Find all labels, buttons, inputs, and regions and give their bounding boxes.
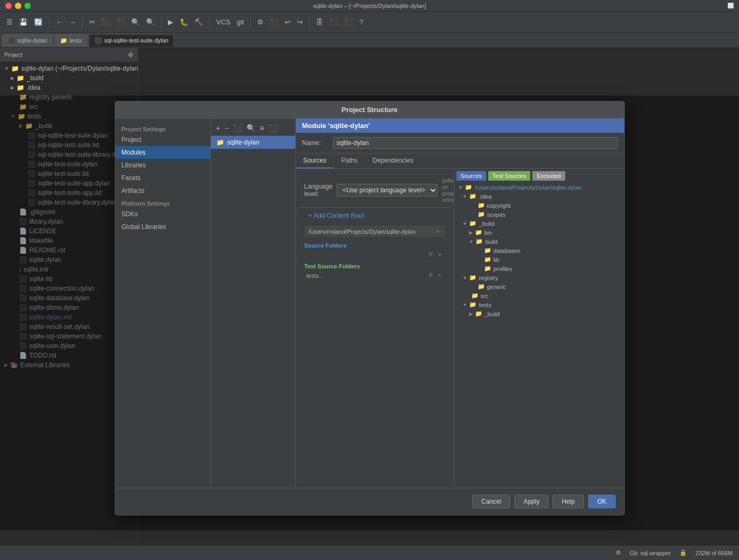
sidebar-item-modules[interactable]: Modules [115,146,210,159]
file-tab-suite[interactable]: ⬛ sql-sqlite-test-suite.dylan [89,34,174,47]
file-tab-tests[interactable]: 📁 tests [54,34,88,47]
toolbar-schema[interactable]: ⬛ [327,17,340,27]
ft-item-bin[interactable]: ▶ 📁 bin [456,228,622,237]
ok-button[interactable]: OK [588,495,615,508]
project-settings-icon[interactable]: ⚙ [128,52,133,58]
ft-item-scopes[interactable]: 📁 scopes [456,210,622,219]
copy-module-button[interactable]: ⬛ [232,123,243,133]
toolbar-menu[interactable]: ☰ [4,17,15,27]
toolbar-save[interactable]: 💾 [17,17,30,27]
ft-item-databases[interactable]: 📁 databases [456,246,622,255]
toolbar-sync[interactable]: 🔄 [32,17,45,27]
tab-paths[interactable]: Paths [334,154,366,168]
toolbar-back[interactable]: ← [54,17,65,27]
ft-tab-sources[interactable]: Sources [456,171,486,181]
ft-label: bin [485,230,492,236]
toolbar-db[interactable]: 🗄 [314,17,325,27]
tree-root[interactable]: ▼ 📁 sqlite-dylan (~/Projects/Dylan/sqlit… [0,64,138,73]
source-folder-actions: P × [428,251,443,258]
settings-icon[interactable]: ⚙ [616,549,621,556]
ft-item-profiles[interactable]: 📁 profiles [456,264,622,273]
remove-root-button[interactable]: × [435,228,441,235]
source-folders-label: Source Folders [304,239,445,250]
expand-icon[interactable]: ⬜ [727,3,734,9]
source-folder-remove-button[interactable]: × [437,251,443,258]
module-name-input[interactable] [333,137,618,149]
source-folder-p-button[interactable]: P [428,251,435,258]
toolbar-cut[interactable]: ✂ [87,17,97,27]
folder-icon: 📁 [484,256,491,263]
toolbar-build[interactable]: 🔨 [192,17,205,27]
sidebar-item-global-libs[interactable]: Global Libraries [115,220,210,233]
help-button[interactable]: Help [553,495,584,508]
ft-item-idea[interactable]: ▼ 📁 .idea [456,192,622,201]
test-folder-remove-button[interactable]: × [437,272,443,279]
toolbar-copy[interactable]: ⬛ [99,17,112,27]
ft-item-build[interactable]: ▼ 📁 _build [456,219,622,228]
lock-icon: 🔒 [679,549,687,556]
ft-label: _build [485,311,500,317]
toolbar-settings[interactable]: ⚙ [255,17,266,27]
window-controls[interactable] [5,3,31,9]
separator-3 [161,17,162,28]
ft-item-build2[interactable]: ▼ 📁 build [456,237,622,246]
ft-item-tests[interactable]: ▼ 📁 tests [456,300,622,309]
ft-item-lib[interactable]: 📁 lib [456,255,622,264]
toolbar-paste[interactable]: ⬛ [114,17,127,27]
file-tab-sqlite-dylan[interactable]: ⬛ sqlite-dylan [2,34,53,47]
maximize-button[interactable] [24,3,31,9]
toolbar-run[interactable]: ▶ [166,17,175,27]
cancel-button[interactable]: Cancel [472,495,510,508]
apply-button[interactable]: Apply [514,495,548,508]
folder-icon: 📁 [478,283,485,290]
remove-module-button[interactable]: − [224,123,230,133]
ft-root[interactable]: ▼ 📁 /Users/rroland/Projects/Dylan/sqlite… [456,183,622,192]
tab-sources[interactable]: Sources [296,154,334,168]
test-folder-p-button[interactable]: P [428,272,435,279]
folder-icon: 📁 [478,211,485,218]
ft-item-src[interactable]: 📁 src [456,291,622,300]
ft-item-registry[interactable]: ▼ 📁 registry [456,273,622,282]
modal-overlay: Project Structure Project Settings Proje… [0,96,739,530]
ft-item-tests-build[interactable]: ▶ 📁 _build [456,309,622,318]
ft-label: scopes [487,211,506,218]
toolbar-find2[interactable]: 🔍 [144,17,157,27]
toolbar-forward[interactable]: → [67,17,78,27]
toolbar-undo[interactable]: ↩ [283,17,293,27]
tree-item-idea[interactable]: ▶ 📁 .idea [0,83,138,92]
sidebar-item-facets[interactable]: Facets [115,172,210,184]
toolbar-find[interactable]: 🔍 [129,17,142,27]
sidebar-item-artifacts[interactable]: Artifacts [115,184,210,197]
sidebar-item-libraries[interactable]: Libraries [115,159,210,172]
language-level-select[interactable]: <Use project language level> [337,184,438,197]
ft-tab-excluded[interactable]: Excluded [532,171,565,181]
tree-label: .idea [27,84,40,91]
add-module-button[interactable]: + [215,123,222,133]
toolbar-git[interactable]: git [235,17,247,27]
tree-item-build[interactable]: ▶ 📁 _build [0,73,138,83]
search-module-button[interactable]: 🔍 [245,123,257,133]
toolbar-vcs[interactable]: VCS [214,17,233,27]
module-item-sqlite[interactable]: 📁 sqlite-dylan [211,136,295,149]
add-content-root-button[interactable]: + Add Content Root [304,210,369,222]
close-button[interactable] [5,3,12,9]
toolbar-terminal[interactable]: ⬛ [268,17,281,27]
sidebar-item-project[interactable]: Project [115,133,210,146]
ft-item-copyright[interactable]: 📁 copyright [456,201,622,210]
separator-1 [49,17,49,28]
toolbar-console[interactable]: ⬛ [342,17,355,27]
folder-icon: 📁 [475,310,482,317]
ft-item-generic[interactable]: 📁 generic [456,282,622,291]
file-tree-panel: Sources Test Sources Excluded ▼ 📁 /Users… [454,169,624,488]
expand-module-button[interactable]: ≡ [259,123,265,133]
toolbar-debug[interactable]: 🐛 [177,17,190,27]
chevron-right-icon: ▶ [11,75,14,81]
minimize-button[interactable] [15,3,21,9]
tab-dependencies[interactable]: Dependencies [365,154,421,168]
ft-tab-test-sources[interactable]: Test Sources [488,171,531,181]
sidebar-item-sdks[interactable]: SDKs [115,208,210,220]
sort-module-button[interactable]: ⬛ [267,123,278,133]
ft-label: databases [494,248,521,254]
toolbar-redo[interactable]: ↪ [295,17,305,27]
toolbar-help[interactable]: ? [357,17,365,27]
